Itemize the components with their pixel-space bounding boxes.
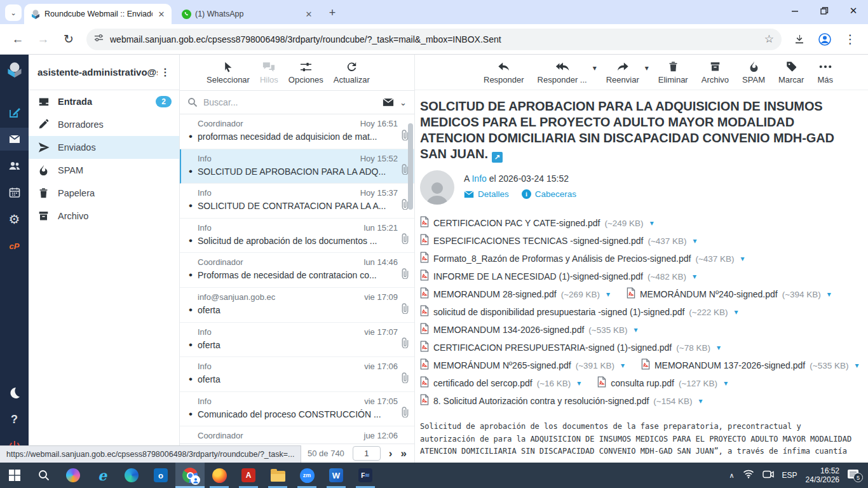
dropdown-caret-icon[interactable]: ▾	[645, 64, 649, 72]
attachment-menu-caret-icon[interactable]: ▾	[693, 236, 697, 245]
taskbar-explorer-icon[interactable]	[263, 463, 292, 488]
dark-mode-moon-icon[interactable]	[0, 381, 29, 404]
tab-close-icon[interactable]: ✕	[156, 9, 166, 19]
taskbar-zoom-icon[interactable]: zm	[292, 463, 322, 488]
attachment-item[interactable]: consulta rup.pdf(~127 KB)▾	[597, 376, 728, 390]
search-input[interactable]	[203, 97, 377, 107]
open-in-new-window-icon[interactable]: ↗	[492, 152, 503, 163]
notification-center-icon[interactable]: 5	[848, 469, 862, 482]
wifi-icon[interactable]	[743, 470, 754, 481]
download-icon[interactable]	[789, 29, 810, 50]
attachment-item[interactable]: MEMORÁNDUM Nº240-signed.pdf(~394 KB)▾	[627, 287, 831, 301]
page-input[interactable]	[353, 446, 381, 461]
message-row[interactable]: CoordinadorHoy 16:51•proformas necesidad…	[180, 114, 414, 149]
attachment-menu-caret-icon[interactable]: ▾	[693, 272, 696, 281]
mail-module-button[interactable]	[0, 128, 29, 151]
message-row[interactable]: InfoHoy 15:37•SOLICITUD DE CONTRATACION …	[180, 184, 414, 219]
list-toolbar-hilos-button[interactable]: Hilos	[260, 60, 278, 85]
list-toolbar-opciones-button[interactable]: Opciones	[288, 60, 323, 85]
reader-toolbar-reenviar-button[interactable]: Reenviar	[606, 60, 639, 85]
sidebar-item-papelera[interactable]: Papelera	[29, 182, 179, 205]
attachment-item[interactable]: INFORME DE LA NECESIDAD (1)-signed-signe…	[420, 269, 696, 283]
account-menu-icon[interactable]: ⋮	[158, 66, 173, 78]
browser-menu-icon[interactable]: ⋮	[839, 29, 861, 50]
attachment-item[interactable]: 8. Solicitud Autorización contra y resol…	[420, 394, 703, 408]
last-page-icon[interactable]: »	[401, 448, 407, 459]
bookmark-star-icon[interactable]: ☆	[764, 32, 774, 46]
details-link[interactable]: Detalles	[464, 189, 509, 199]
attachment-menu-caret-icon[interactable]: ▾	[606, 290, 610, 299]
taskbar-copilot-icon[interactable]	[58, 463, 88, 488]
reload-icon[interactable]: ↻	[58, 29, 79, 50]
attachment-menu-caret-icon[interactable]: ▾	[634, 325, 638, 334]
recipient-link[interactable]: Info	[471, 173, 486, 184]
sidebar-item-borradores[interactable]: Borradores	[29, 113, 179, 136]
taskbar-fes-icon[interactable]: F≋	[351, 463, 380, 488]
attachment-menu-caret-icon[interactable]: ▾	[621, 361, 625, 370]
taskbar-outlook-icon[interactable]: o	[146, 463, 175, 488]
message-row[interactable]: Infolun 15:21•Solicitud de aprobación de…	[180, 219, 414, 254]
dropdown-caret-icon[interactable]: ▾	[593, 64, 597, 72]
attachment-menu-caret-icon[interactable]: ▾	[827, 290, 831, 299]
tab-roundcube[interactable]: Roundcube Webmail :: Enviados ✕	[24, 4, 172, 24]
taskbar-word-icon[interactable]: W	[322, 463, 351, 488]
account-header[interactable]: asistente-administrativo@sa... ⋮	[29, 55, 179, 90]
reader-toolbar-spam-button[interactable]: SPAM	[742, 60, 765, 85]
attachment-menu-caret-icon[interactable]: ▾	[855, 361, 858, 370]
sidebar-item-enviados[interactable]: Enviados	[29, 136, 179, 159]
settings-gear-icon[interactable]: ⚙	[0, 208, 29, 231]
sidebar-item-entrada[interactable]: Entrada2	[29, 90, 179, 113]
meet-now-icon[interactable]	[763, 470, 774, 481]
message-row[interactable]: info@sanjuan.gob.ecvie 17:09•oferta	[180, 288, 414, 323]
reader-toolbar-responder-button[interactable]: Responder	[484, 60, 524, 85]
attachment-menu-caret-icon[interactable]: ▾	[741, 254, 745, 263]
taskbar-chrome-icon[interactable]	[175, 463, 205, 488]
help-icon[interactable]: ?	[0, 408, 29, 431]
contacts-button[interactable]	[0, 154, 29, 177]
reader-toolbar-responder-button[interactable]: Responder ...	[538, 60, 587, 85]
attachment-item[interactable]: solicitud de disponibilidad presupuestar…	[420, 305, 738, 319]
tab-close-icon[interactable]: ✕	[304, 9, 314, 19]
attachment-menu-caret-icon[interactable]: ▾	[698, 396, 702, 405]
clock[interactable]: 16:52 24/3/2026	[806, 466, 839, 484]
list-toolbar-actualizar-button[interactable]: Actualizar	[334, 60, 370, 85]
message-row[interactable]: Infovie 17:07•oferta	[180, 323, 414, 358]
close-button[interactable]: ✕	[839, 0, 868, 22]
attachment-item[interactable]: MEMORÁNDUM Nº265-signed.pdf(~391 KB)▾	[420, 358, 625, 372]
list-toolbar-seleccionar-button[interactable]: Seleccionar	[207, 60, 250, 85]
profile-avatar-icon[interactable]	[814, 29, 836, 50]
search-scope-mail-icon[interactable]	[383, 98, 394, 107]
attachment-item[interactable]: MEMORANDUM 134-2026-signed.pdf(~535 KB)▾	[420, 323, 638, 337]
tray-expand-icon[interactable]: ∧	[729, 471, 735, 480]
cpanel-icon[interactable]: cP	[0, 234, 29, 257]
message-row[interactable]: Coordinadorjue 12:06	[180, 426, 414, 444]
new-tab-button[interactable]: +	[324, 4, 341, 21]
list-scrollbar[interactable]	[408, 123, 413, 210]
address-bar[interactable]: webmail.sanjuan.gob.ec/cpsess8798006498/…	[86, 29, 782, 50]
sidebar-item-spam[interactable]: SPAM	[29, 159, 179, 182]
attachment-item[interactable]: CERTIFICACION PRESUPUESTARIA-signed (1)-…	[420, 341, 721, 355]
search-options-chevron-icon[interactable]: ⌄	[400, 98, 407, 107]
attachment-menu-caret-icon[interactable]: ▾	[735, 308, 738, 316]
taskbar-edge-icon[interactable]	[117, 463, 146, 488]
attachment-item[interactable]: Formato_8_Razón de Proformas y Análisis …	[420, 252, 745, 266]
attachment-menu-caret-icon[interactable]: ▾	[717, 343, 721, 352]
sidebar-item-archivo[interactable]: Archivo	[29, 205, 179, 227]
minimize-button[interactable]	[780, 0, 810, 22]
message-row[interactable]: Coordinadorlun 14:46•Proformas de necesi…	[180, 253, 414, 288]
attachment-item[interactable]: MEMORANDUM 28-signed.pdf(~269 KB)▾	[420, 287, 610, 301]
reader-toolbar-ms-button[interactable]: Más	[817, 60, 833, 85]
reader-toolbar-archivo-button[interactable]: Archivo	[702, 60, 729, 85]
taskbar-ie-icon[interactable]: e	[88, 463, 117, 488]
message-row[interactable]: Infovie 17:06•oferta	[180, 357, 414, 392]
taskbar-acrobat-icon[interactable]: A	[234, 463, 263, 488]
attachment-menu-caret-icon[interactable]: ▾	[650, 219, 654, 227]
language-indicator[interactable]: ESP	[782, 471, 797, 480]
tune-icon[interactable]	[94, 33, 104, 45]
taskbar-search-icon[interactable]	[29, 463, 58, 488]
restore-button[interactable]	[810, 0, 839, 22]
reader-toolbar-eliminar-button[interactable]: Eliminar	[658, 60, 688, 85]
tab-whatsapp[interactable]: (1) WhatsApp ✕	[175, 4, 319, 24]
attachment-item[interactable]: ESPECIFICACIONES TECNICAS -signed-signed…	[420, 234, 697, 248]
reader-toolbar-marcar-button[interactable]: Marcar	[778, 60, 804, 85]
